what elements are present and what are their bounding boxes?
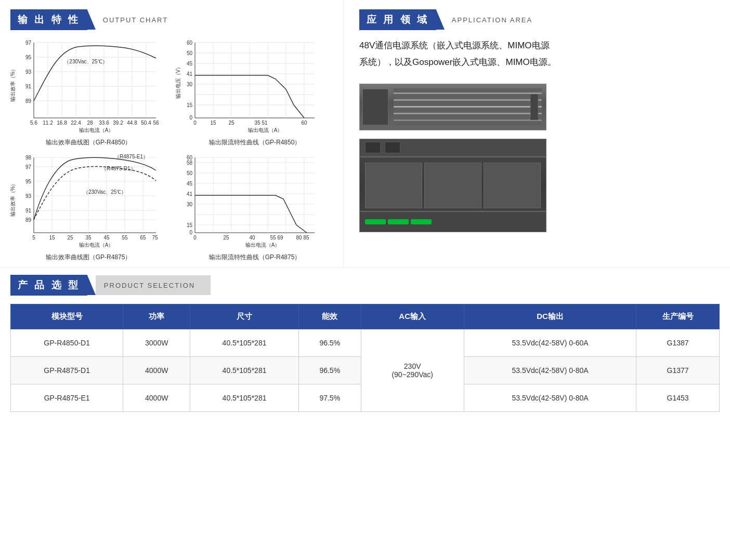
th-dc-output: DC输出 [464, 304, 636, 329]
product-table: 模块型号 功率 尺寸 能效 AC输入 DC输出 生产编号 GP-R4850-D1… [10, 304, 720, 412]
svg-text:41: 41 [187, 71, 193, 77]
td-dc-1: 53.5Vdc(42-58V) 0-60A [464, 329, 636, 357]
svg-text:45: 45 [103, 235, 110, 241]
chart4-svg: 60 58 50 45 41 30 15 0 0 25 40 55 69 80 … [177, 152, 317, 251]
svg-text:15: 15 [187, 222, 193, 228]
svg-text:44.8: 44.8 [127, 120, 137, 126]
svg-text:97: 97 [25, 164, 32, 170]
app-text-line1: 48V通信电源系统（嵌入式电源系统、MIMO电源 [359, 41, 550, 50]
svg-text:25: 25 [223, 235, 229, 241]
td-eff-2: 96.5% [298, 357, 361, 384]
svg-text:35: 35 [85, 235, 92, 241]
svg-text:（R4875-D1）: （R4875-D1） [101, 166, 136, 171]
svg-text:30: 30 [187, 82, 193, 87]
svg-text:0: 0 [193, 120, 197, 126]
svg-text:50: 50 [187, 50, 193, 56]
chart3-container: 98 97 95 93 91 89 5 15 25 35 45 55 65 [10, 152, 166, 262]
svg-text:80 85: 80 85 [296, 235, 309, 241]
svg-text:11.2: 11.2 [43, 120, 53, 126]
svg-text:55: 55 [122, 235, 128, 241]
th-prod-num: 生产编号 [636, 304, 720, 329]
rack-unit-image [359, 84, 546, 130]
td-pnum-3: G1453 [636, 384, 720, 412]
svg-text:输出电流（A）: 输出电流（A） [79, 127, 114, 133]
svg-text:30: 30 [187, 202, 193, 207]
svg-text:58: 58 [187, 160, 193, 166]
svg-text:22.4: 22.4 [71, 120, 81, 126]
th-size: 尺寸 [190, 304, 299, 329]
svg-text:输出电流（A）: 输出电流（A） [248, 127, 283, 133]
svg-text:98: 98 [25, 155, 32, 161]
svg-text:93: 93 [25, 193, 32, 199]
svg-text:39.2: 39.2 [113, 120, 123, 126]
svg-text:5: 5 [32, 235, 35, 241]
top-row: 输 出 特 性 OUTPUT CHART [0, 0, 730, 267]
svg-text:输出效率（%）: 输出效率（%） [10, 181, 16, 217]
table-row: GP-R4850-D1 3000W 40.5*105*281 96.5% 230… [11, 329, 720, 357]
prod-sel-title-zh: 产 品 选 型 [10, 275, 87, 296]
svg-text:（230Vac、25℃）: （230Vac、25℃） [83, 189, 126, 195]
svg-text:97: 97 [25, 40, 32, 46]
app-text-line2: 系统），以及Gospower嵌入式电源、MIMO电源。 [359, 57, 556, 67]
td-dc-3: 53.5Vdc(42-58V) 0-80A [464, 384, 636, 412]
svg-text:16.8: 16.8 [57, 120, 67, 126]
td-power-3: 4000W [123, 384, 190, 412]
app-description: 48V通信电源系统（嵌入式电源系统、MIMO电源 系统），以及Gospower嵌… [359, 37, 714, 71]
chart4-title: 输出限流特性曲线（GP-R4875） [177, 253, 333, 262]
td-eff-3: 97.5% [298, 384, 361, 412]
svg-text:25: 25 [67, 235, 73, 241]
chart1-svg: 97 95 93 91 89 5.6 11.2 16.8 22.4 28 33.… [10, 37, 161, 136]
chart1-container: 97 95 93 91 89 5.6 11.2 16.8 22.4 28 33.… [10, 37, 166, 147]
svg-text:25: 25 [228, 120, 234, 126]
svg-text:0: 0 [189, 115, 192, 121]
prod-sel-title-en-bg: PRODUCT SELECTION [96, 275, 211, 295]
th-ac-input: AC输入 [361, 304, 464, 329]
th-model: 模块型号 [11, 304, 123, 329]
td-dc-2: 53.5Vdc(42-58V) 0-80A [464, 357, 636, 384]
app-title-zh: 应 用 领 域 [359, 9, 436, 30]
charts-grid: 97 95 93 91 89 5.6 11.2 16.8 22.4 28 33.… [10, 37, 333, 262]
svg-text:65: 65 [140, 235, 146, 241]
svg-text:89: 89 [25, 98, 32, 104]
title-arrow [87, 10, 96, 30]
td-size-3: 40.5*105*281 [190, 384, 299, 412]
th-efficiency: 能效 [298, 304, 361, 329]
prod-sel-title-en: PRODUCT SELECTION [104, 282, 195, 289]
product-selection-section: 产 品 选 型 PRODUCT SELECTION 模块型号 功率 尺寸 能效 … [0, 267, 730, 422]
svg-text:89: 89 [25, 217, 32, 223]
left-panel: 输 出 特 性 OUTPUT CHART [0, 0, 343, 267]
td-eff-1: 96.5% [298, 329, 361, 357]
th-power: 功率 [123, 304, 190, 329]
table-header-row: 模块型号 功率 尺寸 能效 AC输入 DC输出 生产编号 [11, 304, 720, 329]
td-pnum-2: G1377 [636, 357, 720, 384]
svg-text:输出效率（%）: 输出效率（%） [10, 66, 16, 102]
svg-text:60: 60 [187, 40, 193, 46]
svg-text:5.6: 5.6 [30, 120, 37, 126]
td-pnum-1: G1387 [636, 329, 720, 357]
chart3-svg: 98 97 95 93 91 89 5 15 25 35 45 55 65 [10, 152, 161, 251]
svg-text:41: 41 [187, 191, 193, 197]
svg-text:55 69: 55 69 [270, 235, 283, 241]
right-panel: 应 用 领 域 APPLICATION AREA 48V通信电源系统（嵌入式电源… [343, 0, 730, 267]
svg-text:28: 28 [87, 120, 93, 126]
chart3-title: 输出效率曲线图（GP-R4875） [10, 253, 166, 262]
output-title-en: OUTPUT CHART [103, 16, 168, 24]
product-sel-header: 产 品 选 型 PRODUCT SELECTION [10, 275, 720, 296]
td-power-2: 4000W [123, 357, 190, 384]
chart2-container: 60 50 45 41 30 15 0 0 15 25 35 51 60 [177, 37, 333, 147]
app-title-en: APPLICATION AREA [452, 16, 532, 24]
svg-text:0: 0 [189, 230, 192, 235]
svg-text:33.6: 33.6 [99, 120, 109, 126]
td-model-2: GP-R4875-D1 [11, 357, 123, 384]
svg-text:输出电流（A）: 输出电流（A） [245, 242, 280, 248]
svg-text:93: 93 [25, 69, 32, 75]
svg-text:50: 50 [187, 170, 193, 176]
svg-text:输出电流（A）: 输出电流（A） [79, 242, 114, 248]
svg-text:40: 40 [249, 235, 255, 241]
prod-sel-arrow [87, 275, 96, 295]
td-size-2: 40.5*105*281 [190, 357, 299, 384]
svg-text:（230Vac、25℃）: （230Vac、25℃） [64, 59, 107, 64]
svg-text:15: 15 [49, 235, 55, 241]
svg-text:输出电压（V）: 输出电压（V） [175, 64, 181, 99]
svg-text:91: 91 [25, 208, 32, 214]
